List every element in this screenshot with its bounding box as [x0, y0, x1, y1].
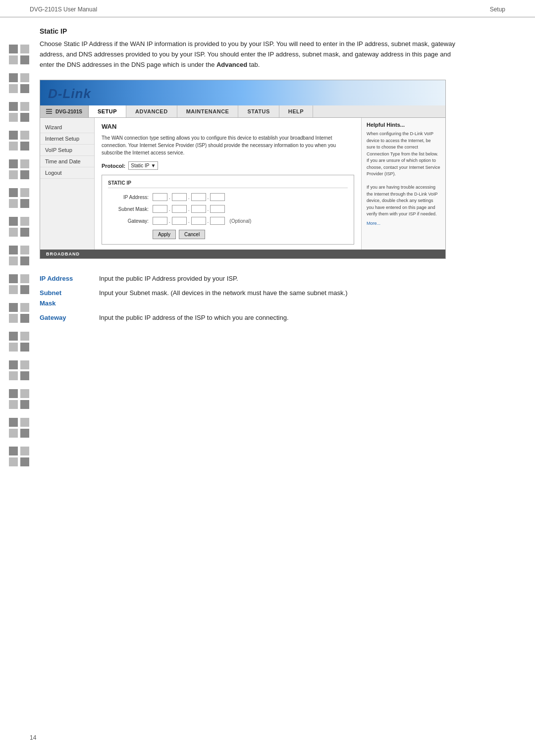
dlink-footer: BROADBAND [40, 250, 445, 258]
gateway-dot-3: . [208, 218, 209, 224]
subnet-mask-row: Subnet Mask: . . . [108, 205, 348, 213]
subnet-mask-label: Subnet Mask: [108, 206, 153, 212]
desc-term-ip-address: IP Address [40, 274, 99, 284]
gateway-dot-2: . [188, 218, 190, 224]
decorative-squares [9, 45, 29, 472]
nav-tab-status[interactable]: STATUS [238, 105, 279, 117]
description-list: IP Address Input the public IP Address p… [40, 274, 461, 323]
ip-address-row: IP Address: . . . [108, 193, 348, 201]
sidebar-item-time-date[interactable]: Time and Date [40, 156, 94, 167]
protocol-label: Protocol: [102, 163, 125, 169]
desc-term-subnet-mask: SubnetMask [40, 288, 99, 309]
ip-address-octet2[interactable] [172, 193, 187, 201]
nav-tab-help[interactable]: HELP [279, 105, 313, 117]
desc-def-ip-address: Input the public IP Address provided by … [99, 274, 461, 284]
gateway-octet2[interactable] [172, 217, 187, 225]
dlink-main-panel: WAN The WAN connection type setting allo… [95, 118, 361, 250]
nav-tab-setup[interactable]: SETUP [89, 105, 126, 117]
ip-address-octet3[interactable] [191, 193, 206, 201]
desc-row-gateway: Gateway Input the public IP address of t… [40, 313, 461, 323]
header-right: Setup [490, 6, 505, 13]
nav-lines-icon [46, 109, 52, 114]
gateway-inputs: . . . (Optional) [153, 217, 251, 225]
form-buttons: Apply Cancel [108, 230, 348, 239]
dlink-nav: DVG-2101S SETUP ADVANCED MAINTENANCE STA… [40, 105, 445, 118]
desc-row-subnet-mask: SubnetMask Input your Subnet mask. (All … [40, 288, 461, 309]
optional-label: (Optional) [229, 218, 251, 224]
device-ui: D-Link DVG-2101S SETUP ADVANCED MAINTENA… [40, 80, 446, 259]
page-header: DVG-2101S User Manual Setup [0, 0, 535, 17]
gateway-label: Gateway: [108, 218, 153, 224]
dlink-page-title: WAN [102, 123, 354, 130]
subnet-mask-octet2[interactable] [172, 205, 187, 213]
desc-term-gateway: Gateway [40, 313, 99, 323]
dlink-hints-panel: Helpful Hints... When configuring the D-… [361, 118, 445, 250]
dlink-body: Wizard Internet Setup VoIP Setup Time an… [40, 118, 445, 250]
protocol-value: Static IP [131, 163, 149, 168]
nav-tab-advanced[interactable]: ADVANCED [126, 105, 177, 117]
desc-row-ip-address: IP Address Input the public IP Address p… [40, 274, 461, 284]
page-number: 14 [30, 734, 36, 741]
sidebar-item-wizard[interactable]: Wizard [40, 122, 94, 133]
ip-address-octet4[interactable] [210, 193, 225, 201]
ip-dot-3: . [208, 195, 209, 200]
ip-dot-2: . [188, 195, 190, 200]
static-ip-box: Static IP IP Address: . . . [102, 175, 354, 245]
subnet-mask-octet1[interactable] [153, 205, 167, 213]
ip-dot-1: . [169, 195, 170, 200]
dlink-sidebar: Wizard Internet Setup VoIP Setup Time an… [40, 118, 95, 250]
dlink-header: D-Link [40, 80, 445, 105]
static-ip-title: Static IP [108, 180, 348, 188]
protocol-row: Protocol: Static IP ▼ [102, 161, 354, 170]
intro-text: Choose Static IP Address if the WAN IP i… [40, 39, 461, 70]
sidebar-item-internet-setup[interactable]: Internet Setup [40, 133, 94, 145]
ip-address-inputs: . . . [153, 193, 225, 201]
page-footer: 14 [30, 734, 36, 741]
hints-more-link[interactable]: More... [367, 221, 440, 226]
subnet-mask-octet3[interactable] [191, 205, 206, 213]
hints-title: Helpful Hints... [367, 122, 440, 128]
gateway-row: Gateway: . . . (Optional) [108, 217, 348, 225]
ip-address-octet1[interactable] [153, 193, 167, 201]
dlink-nav-tabs: SETUP ADVANCED MAINTENANCE STATUS HELP [89, 105, 445, 117]
main-content: Static IP Choose Static IP Address if th… [40, 17, 505, 323]
model-label: DVG-2101S [55, 109, 82, 114]
protocol-select[interactable]: Static IP ▼ [128, 161, 158, 170]
sidebar-item-logout[interactable]: Logout [40, 167, 94, 179]
apply-button[interactable]: Apply [153, 230, 176, 239]
protocol-dropdown-icon: ▼ [151, 163, 156, 168]
section-title: Static IP [40, 27, 505, 35]
subnet-mask-inputs: . . . [153, 205, 225, 213]
gateway-octet4[interactable] [210, 217, 225, 225]
sidebar-item-voip-setup[interactable]: VoIP Setup [40, 145, 94, 156]
dlink-description: The WAN connection type setting allows y… [102, 134, 339, 156]
ip-address-label: IP Address: [108, 195, 153, 200]
subnet-dot-1: . [169, 206, 170, 212]
dlink-logo: D-Link [48, 86, 91, 101]
subnet-dot-2: . [188, 206, 190, 212]
desc-def-gateway: Input the public IP address of the ISP t… [99, 313, 461, 323]
nav-tab-maintenance[interactable]: MAINTENANCE [177, 105, 239, 117]
dlink-model: DVG-2101S [40, 105, 89, 117]
intro-text-body: Choose Static IP Address if the WAN IP i… [40, 40, 455, 68]
gateway-dot-1: . [169, 218, 170, 224]
subnet-mask-octet4[interactable] [210, 205, 225, 213]
gateway-octet3[interactable] [191, 217, 206, 225]
subnet-dot-3: . [208, 206, 209, 212]
header-left: DVG-2101S User Manual [30, 6, 97, 13]
gateway-octet1[interactable] [153, 217, 167, 225]
cancel-button[interactable]: Cancel [179, 230, 205, 239]
intro-bold: Advanced [216, 61, 247, 68]
desc-def-subnet-mask: Input your Subnet mask. (All devices in … [99, 288, 461, 309]
hints-text: When configuring the D-Link VoIP device … [367, 131, 440, 218]
